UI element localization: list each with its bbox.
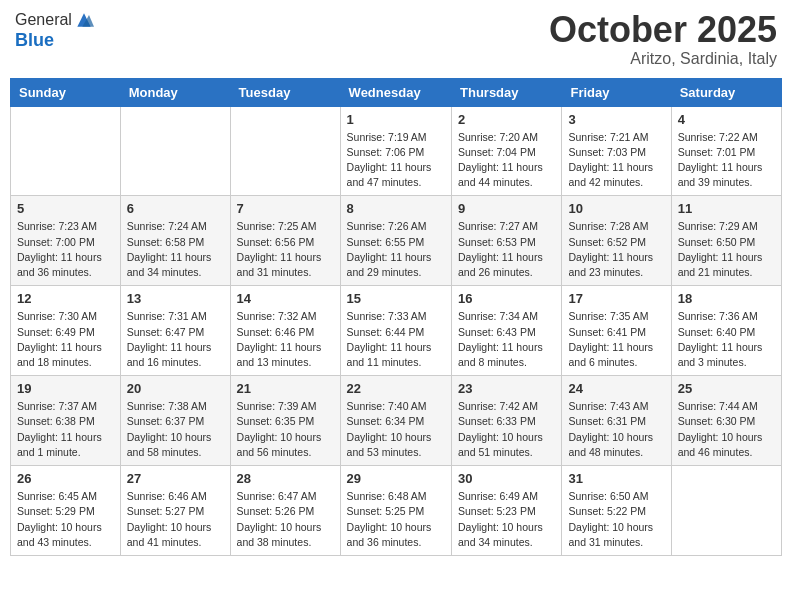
day-number: 31 bbox=[568, 471, 664, 486]
day-info: Sunrise: 7:26 AM Sunset: 6:55 PM Dayligh… bbox=[347, 219, 445, 280]
calendar-week-row: 12Sunrise: 7:30 AM Sunset: 6:49 PM Dayli… bbox=[11, 286, 782, 376]
day-number: 7 bbox=[237, 201, 334, 216]
day-number: 4 bbox=[678, 112, 775, 127]
day-of-week-header: Tuesday bbox=[230, 78, 340, 106]
calendar-cell: 29Sunrise: 6:48 AM Sunset: 5:25 PM Dayli… bbox=[340, 466, 451, 556]
location-title: Aritzo, Sardinia, Italy bbox=[549, 50, 777, 68]
calendar-cell: 19Sunrise: 7:37 AM Sunset: 6:38 PM Dayli… bbox=[11, 376, 121, 466]
day-info: Sunrise: 7:36 AM Sunset: 6:40 PM Dayligh… bbox=[678, 309, 775, 370]
day-number: 5 bbox=[17, 201, 114, 216]
day-number: 8 bbox=[347, 201, 445, 216]
calendar-cell: 4Sunrise: 7:22 AM Sunset: 7:01 PM Daylig… bbox=[671, 106, 781, 196]
calendar-cell: 16Sunrise: 7:34 AM Sunset: 6:43 PM Dayli… bbox=[452, 286, 562, 376]
month-title: October 2025 bbox=[549, 10, 777, 50]
day-info: Sunrise: 7:29 AM Sunset: 6:50 PM Dayligh… bbox=[678, 219, 775, 280]
calendar-cell: 11Sunrise: 7:29 AM Sunset: 6:50 PM Dayli… bbox=[671, 196, 781, 286]
calendar-cell: 18Sunrise: 7:36 AM Sunset: 6:40 PM Dayli… bbox=[671, 286, 781, 376]
day-number: 17 bbox=[568, 291, 664, 306]
logo: General Blue bbox=[15, 10, 94, 51]
calendar-cell: 12Sunrise: 7:30 AM Sunset: 6:49 PM Dayli… bbox=[11, 286, 121, 376]
day-info: Sunrise: 7:31 AM Sunset: 6:47 PM Dayligh… bbox=[127, 309, 224, 370]
day-info: Sunrise: 7:38 AM Sunset: 6:37 PM Dayligh… bbox=[127, 399, 224, 460]
calendar-cell bbox=[230, 106, 340, 196]
calendar-week-row: 26Sunrise: 6:45 AM Sunset: 5:29 PM Dayli… bbox=[11, 466, 782, 556]
day-number: 6 bbox=[127, 201, 224, 216]
calendar-cell: 23Sunrise: 7:42 AM Sunset: 6:33 PM Dayli… bbox=[452, 376, 562, 466]
calendar-cell: 24Sunrise: 7:43 AM Sunset: 6:31 PM Dayli… bbox=[562, 376, 671, 466]
day-info: Sunrise: 7:24 AM Sunset: 6:58 PM Dayligh… bbox=[127, 219, 224, 280]
calendar-header-row: SundayMondayTuesdayWednesdayThursdayFrid… bbox=[11, 78, 782, 106]
calendar-cell bbox=[120, 106, 230, 196]
day-number: 22 bbox=[347, 381, 445, 396]
calendar-week-row: 5Sunrise: 7:23 AM Sunset: 7:00 PM Daylig… bbox=[11, 196, 782, 286]
day-info: Sunrise: 7:42 AM Sunset: 6:33 PM Dayligh… bbox=[458, 399, 555, 460]
page-header: General Blue October 2025 Aritzo, Sardin… bbox=[10, 10, 782, 68]
day-number: 10 bbox=[568, 201, 664, 216]
calendar-cell: 9Sunrise: 7:27 AM Sunset: 6:53 PM Daylig… bbox=[452, 196, 562, 286]
day-info: Sunrise: 7:44 AM Sunset: 6:30 PM Dayligh… bbox=[678, 399, 775, 460]
day-info: Sunrise: 6:50 AM Sunset: 5:22 PM Dayligh… bbox=[568, 489, 664, 550]
day-of-week-header: Sunday bbox=[11, 78, 121, 106]
day-number: 30 bbox=[458, 471, 555, 486]
day-number: 13 bbox=[127, 291, 224, 306]
day-of-week-header: Thursday bbox=[452, 78, 562, 106]
day-number: 3 bbox=[568, 112, 664, 127]
day-of-week-header: Wednesday bbox=[340, 78, 451, 106]
day-number: 9 bbox=[458, 201, 555, 216]
day-number: 24 bbox=[568, 381, 664, 396]
day-number: 15 bbox=[347, 291, 445, 306]
calendar-cell: 2Sunrise: 7:20 AM Sunset: 7:04 PM Daylig… bbox=[452, 106, 562, 196]
day-number: 12 bbox=[17, 291, 114, 306]
calendar-cell: 31Sunrise: 6:50 AM Sunset: 5:22 PM Dayli… bbox=[562, 466, 671, 556]
day-info: Sunrise: 7:39 AM Sunset: 6:35 PM Dayligh… bbox=[237, 399, 334, 460]
calendar-cell: 14Sunrise: 7:32 AM Sunset: 6:46 PM Dayli… bbox=[230, 286, 340, 376]
day-number: 23 bbox=[458, 381, 555, 396]
calendar-cell: 8Sunrise: 7:26 AM Sunset: 6:55 PM Daylig… bbox=[340, 196, 451, 286]
logo-general: General bbox=[15, 11, 72, 29]
day-number: 21 bbox=[237, 381, 334, 396]
day-number: 11 bbox=[678, 201, 775, 216]
day-number: 20 bbox=[127, 381, 224, 396]
calendar-week-row: 19Sunrise: 7:37 AM Sunset: 6:38 PM Dayli… bbox=[11, 376, 782, 466]
day-info: Sunrise: 7:37 AM Sunset: 6:38 PM Dayligh… bbox=[17, 399, 114, 460]
day-info: Sunrise: 7:43 AM Sunset: 6:31 PM Dayligh… bbox=[568, 399, 664, 460]
calendar-cell: 1Sunrise: 7:19 AM Sunset: 7:06 PM Daylig… bbox=[340, 106, 451, 196]
calendar-cell: 6Sunrise: 7:24 AM Sunset: 6:58 PM Daylig… bbox=[120, 196, 230, 286]
calendar-cell: 25Sunrise: 7:44 AM Sunset: 6:30 PM Dayli… bbox=[671, 376, 781, 466]
calendar-cell: 13Sunrise: 7:31 AM Sunset: 6:47 PM Dayli… bbox=[120, 286, 230, 376]
calendar-cell: 26Sunrise: 6:45 AM Sunset: 5:29 PM Dayli… bbox=[11, 466, 121, 556]
day-of-week-header: Saturday bbox=[671, 78, 781, 106]
calendar-cell: 15Sunrise: 7:33 AM Sunset: 6:44 PM Dayli… bbox=[340, 286, 451, 376]
calendar-cell: 20Sunrise: 7:38 AM Sunset: 6:37 PM Dayli… bbox=[120, 376, 230, 466]
calendar-cell: 10Sunrise: 7:28 AM Sunset: 6:52 PM Dayli… bbox=[562, 196, 671, 286]
day-info: Sunrise: 7:28 AM Sunset: 6:52 PM Dayligh… bbox=[568, 219, 664, 280]
day-info: Sunrise: 7:30 AM Sunset: 6:49 PM Dayligh… bbox=[17, 309, 114, 370]
day-number: 1 bbox=[347, 112, 445, 127]
calendar-cell: 30Sunrise: 6:49 AM Sunset: 5:23 PM Dayli… bbox=[452, 466, 562, 556]
calendar-cell: 21Sunrise: 7:39 AM Sunset: 6:35 PM Dayli… bbox=[230, 376, 340, 466]
day-info: Sunrise: 7:25 AM Sunset: 6:56 PM Dayligh… bbox=[237, 219, 334, 280]
calendar-cell: 5Sunrise: 7:23 AM Sunset: 7:00 PM Daylig… bbox=[11, 196, 121, 286]
calendar-cell: 27Sunrise: 6:46 AM Sunset: 5:27 PM Dayli… bbox=[120, 466, 230, 556]
calendar-cell bbox=[11, 106, 121, 196]
day-number: 18 bbox=[678, 291, 775, 306]
day-info: Sunrise: 7:20 AM Sunset: 7:04 PM Dayligh… bbox=[458, 130, 555, 191]
day-info: Sunrise: 7:34 AM Sunset: 6:43 PM Dayligh… bbox=[458, 309, 555, 370]
calendar-cell: 3Sunrise: 7:21 AM Sunset: 7:03 PM Daylig… bbox=[562, 106, 671, 196]
calendar-cell: 28Sunrise: 6:47 AM Sunset: 5:26 PM Dayli… bbox=[230, 466, 340, 556]
day-number: 29 bbox=[347, 471, 445, 486]
day-number: 25 bbox=[678, 381, 775, 396]
day-number: 19 bbox=[17, 381, 114, 396]
day-info: Sunrise: 6:45 AM Sunset: 5:29 PM Dayligh… bbox=[17, 489, 114, 550]
day-info: Sunrise: 6:46 AM Sunset: 5:27 PM Dayligh… bbox=[127, 489, 224, 550]
day-number: 14 bbox=[237, 291, 334, 306]
logo-icon bbox=[74, 10, 94, 30]
day-info: Sunrise: 7:35 AM Sunset: 6:41 PM Dayligh… bbox=[568, 309, 664, 370]
day-info: Sunrise: 7:40 AM Sunset: 6:34 PM Dayligh… bbox=[347, 399, 445, 460]
day-info: Sunrise: 7:23 AM Sunset: 7:00 PM Dayligh… bbox=[17, 219, 114, 280]
day-number: 26 bbox=[17, 471, 114, 486]
logo-blue: Blue bbox=[15, 30, 94, 51]
calendar-cell: 7Sunrise: 7:25 AM Sunset: 6:56 PM Daylig… bbox=[230, 196, 340, 286]
day-info: Sunrise: 6:49 AM Sunset: 5:23 PM Dayligh… bbox=[458, 489, 555, 550]
day-number: 2 bbox=[458, 112, 555, 127]
